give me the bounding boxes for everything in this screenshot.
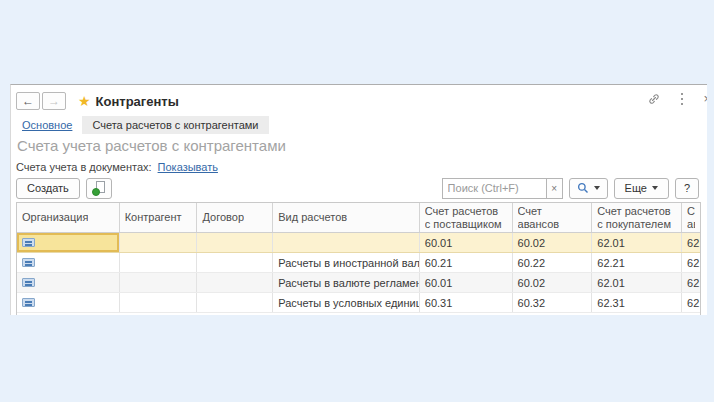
settlement-kind-cell[interactable]: Расчеты в валюте регламентиро…: [273, 273, 420, 292]
table-header: Организация Контрагент Договор Вид расче…: [17, 203, 700, 233]
forward-button[interactable]: →: [42, 92, 66, 110]
contract-cell[interactable]: [197, 253, 273, 272]
search-input[interactable]: [442, 178, 546, 199]
supplier-account-cell[interactable]: 60.31: [420, 293, 513, 312]
create-button[interactable]: Создать: [16, 178, 80, 199]
column-header-advances-received[interactable]: Счет авансов полученных: [682, 203, 700, 232]
contract-cell[interactable]: [197, 293, 273, 312]
show-link[interactable]: Показывать: [158, 161, 218, 173]
column-header-customer-account[interactable]: Счет расчетов с покупателем: [592, 203, 682, 232]
record-icon: [22, 298, 35, 307]
customer-account-cell[interactable]: 62.31: [592, 293, 682, 312]
advances-received-cell[interactable]: 62: [682, 253, 700, 272]
filter-label: Счета учета в документах:: [16, 161, 152, 173]
tab-main[interactable]: Основное: [22, 119, 72, 131]
settlement-kind-cell[interactable]: Расчеты в иностранной валюте: [273, 253, 420, 272]
search-button[interactable]: [569, 178, 608, 199]
filter-row: Счета учета в документах: Показывать: [16, 159, 707, 175]
header-actions: ×: [647, 91, 707, 106]
column-header-contract[interactable]: Договор: [197, 203, 273, 232]
column-header-settlement-kind[interactable]: Вид расчетов: [273, 203, 420, 232]
table-row[interactable]: 60.01 60.02 62.01 62: [17, 233, 700, 253]
list-heading: Счета учета расчетов с контрагентами: [16, 137, 707, 159]
contragent-cell[interactable]: [120, 293, 198, 312]
table-empty-area: [17, 313, 700, 315]
organization-cell[interactable]: [17, 253, 120, 272]
contragent-cell[interactable]: [120, 253, 198, 272]
close-icon[interactable]: ×: [703, 91, 707, 106]
contract-cell[interactable]: [197, 273, 273, 292]
record-icon: [22, 258, 35, 267]
customer-account-cell[interactable]: 62.21: [592, 253, 682, 272]
column-header-contragent[interactable]: Контрагент: [120, 203, 198, 232]
supplier-account-cell[interactable]: 60.01: [420, 233, 513, 252]
menu-kebab-icon[interactable]: [677, 92, 687, 106]
advances-received-cell[interactable]: 62: [682, 293, 700, 312]
organization-cell[interactable]: [17, 233, 120, 252]
contract-cell[interactable]: [197, 233, 273, 252]
dropdown-caret-icon: [594, 186, 600, 190]
form-header: ← → ★ Контрагенты ×: [16, 89, 707, 113]
advances-issued-cell[interactable]: 60.32: [513, 293, 593, 312]
supplier-account-cell[interactable]: 60.21: [420, 253, 513, 272]
column-header-advances-issued[interactable]: Счет авансов выданных: [513, 203, 593, 232]
list-toolbar: Создать × Еще ?: [16, 175, 707, 201]
more-button[interactable]: Еще: [614, 178, 669, 199]
search-group: ×: [442, 178, 563, 199]
customer-account-cell[interactable]: 62.01: [592, 273, 682, 292]
column-header-supplier-account[interactable]: Счет расчетов с поставщиком: [420, 203, 513, 232]
table-row[interactable]: Расчеты в иностранной валюте 60.21 60.22…: [17, 253, 700, 273]
search-clear-icon[interactable]: ×: [546, 178, 563, 199]
table-row[interactable]: Расчеты в валюте регламентиро… 60.01 60.…: [17, 273, 700, 293]
record-icon: [22, 278, 35, 287]
form-window: ← → ★ Контрагенты × Основное Счета расче…: [10, 84, 707, 315]
favorite-star-icon[interactable]: ★: [78, 93, 91, 109]
tab-settlement-accounts[interactable]: Счета расчетов с контрагентами: [82, 116, 268, 134]
document-copy-icon: [92, 181, 105, 195]
contragent-cell[interactable]: [120, 273, 198, 292]
settlement-kind-cell[interactable]: [273, 233, 420, 252]
toolbar-right-group: × Еще ?: [442, 178, 699, 199]
column-header-organization[interactable]: Организация: [17, 203, 120, 232]
advances-received-cell[interactable]: 62: [682, 233, 700, 252]
table-row[interactable]: Расчеты в условных единицах 60.31 60.32 …: [17, 293, 700, 313]
customer-account-cell[interactable]: 62.01: [592, 233, 682, 252]
advances-issued-cell[interactable]: 60.02: [513, 273, 593, 292]
navigation-tabs: Основное Счета расчетов с контрагентами: [16, 115, 707, 135]
advances-issued-cell[interactable]: 60.22: [513, 253, 593, 272]
dropdown-caret-icon: [652, 186, 658, 190]
organization-cell[interactable]: [17, 293, 120, 312]
page-title: Контрагенты: [96, 94, 179, 109]
accounts-table: Организация Контрагент Договор Вид расче…: [16, 202, 701, 315]
advances-received-cell[interactable]: 62: [682, 273, 700, 292]
get-link-icon[interactable]: [647, 92, 661, 106]
supplier-account-cell[interactable]: 60.01: [420, 273, 513, 292]
record-icon: [22, 238, 35, 247]
contragent-cell[interactable]: [120, 233, 198, 252]
back-button[interactable]: ←: [16, 92, 40, 110]
advances-issued-cell[interactable]: 60.02: [513, 233, 593, 252]
magnifier-icon: [577, 182, 589, 194]
copy-button[interactable]: [86, 178, 112, 199]
settlement-kind-cell[interactable]: Расчеты в условных единицах: [273, 293, 420, 312]
organization-cell[interactable]: [17, 273, 120, 292]
help-button[interactable]: ?: [675, 178, 699, 199]
